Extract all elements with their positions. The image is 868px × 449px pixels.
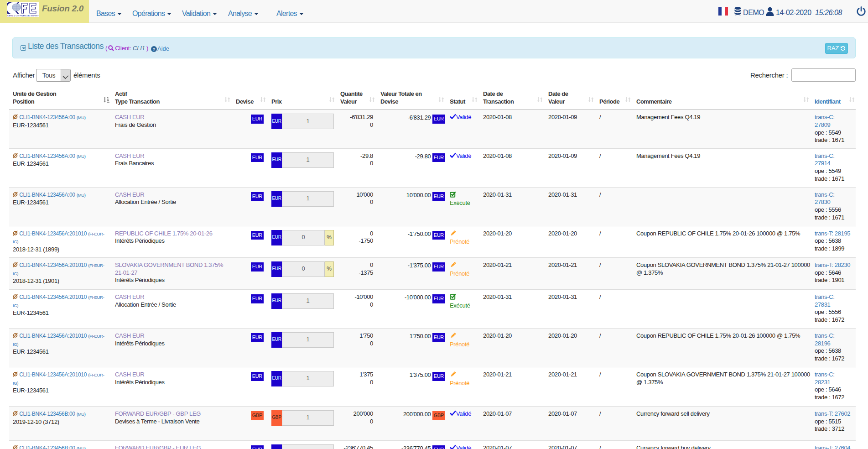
svg-text:KAHN & CIE FINANCIAL EXPERTS: KAHN & CIE FINANCIAL EXPERTS (7, 15, 39, 17)
svg-text:?: ? (153, 47, 156, 51)
